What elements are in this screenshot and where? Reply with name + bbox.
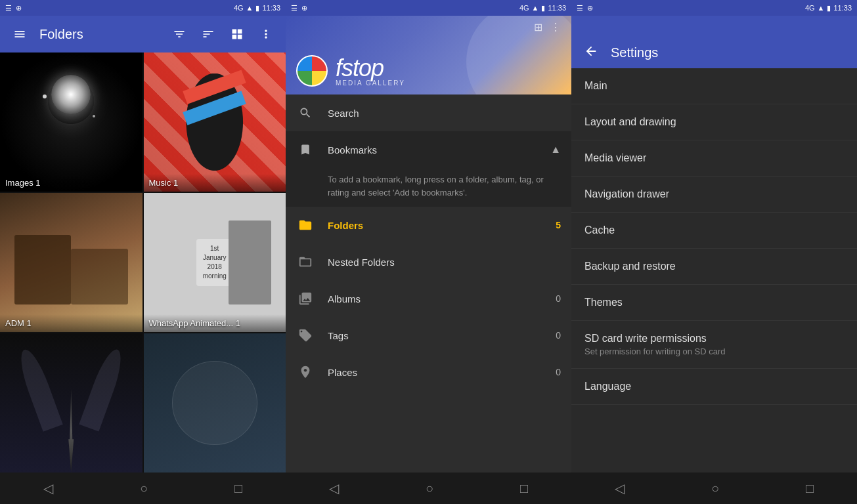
more-icon-drawer[interactable]: ⋮ <box>550 21 561 33</box>
status-left-2: ☰ ⊕ <box>291 4 307 12</box>
tags-count: 0 <box>556 330 561 341</box>
settings-item-cache[interactable]: Cache <box>571 213 857 249</box>
places-label: Places <box>328 367 542 378</box>
recent-button-2[interactable]: □ <box>520 481 528 496</box>
settings-item-backup[interactable]: Backup and restore <box>571 249 857 285</box>
settings-item-language[interactable]: Language <box>571 369 857 405</box>
settings-item-sd-card[interactable]: SD card write permissions Set permission… <box>571 321 857 369</box>
settings-item-nav-drawer[interactable]: Navigation drawer <box>571 177 857 213</box>
fstop-subtitle: MEDIA GALLERY <box>336 79 405 87</box>
settings-item-title: Navigation drawer <box>584 188 844 200</box>
bookmark-icon <box>296 140 315 159</box>
grid-item[interactable] <box>0 333 143 472</box>
menu-button[interactable] <box>11 25 29 43</box>
nav-item-tags[interactable]: Tags 0 <box>286 317 571 354</box>
drawer-header: fstop MEDIA GALLERY ⊞ ⋮ <box>286 16 571 94</box>
settings-item-title: Media viewer <box>584 152 844 164</box>
folder-icon <box>296 216 315 234</box>
tags-icon <box>296 326 315 345</box>
status-bar-3: ☰ ⊕ 4G ▲ ▮ 11:33 <box>571 0 857 16</box>
back-button-3[interactable]: ◁ <box>615 480 625 496</box>
nav-item-albums[interactable]: Albums 0 <box>286 280 571 317</box>
fstop-brand: fstop MEDIA GALLERY <box>336 54 405 87</box>
grid-item[interactable]: Music 1 <box>144 52 286 192</box>
bookmarks-section: Bookmarks ▲ To add a bookmark, long pres… <box>286 131 571 207</box>
grid-item-label: Images 1 <box>0 174 143 192</box>
bookmarks-label: Bookmarks <box>328 144 537 156</box>
nav-item-places[interactable]: Places 0 <box>286 354 571 390</box>
search-icon <box>296 104 315 122</box>
settings-app-bar: Settings <box>571 16 857 68</box>
status-bar-2: ☰ ⊕ 4G ▲ ▮ 11:33 <box>286 0 571 16</box>
settings-item-subtitle: Set permission for writing on SD card <box>584 346 844 356</box>
folders-count: 5 <box>556 220 561 230</box>
signal-icon-3: ▲ <box>818 4 825 12</box>
status-left-3: ☰ ⊕ <box>577 4 593 12</box>
albums-count: 0 <box>556 293 561 304</box>
settings-item-title: Cache <box>584 224 844 236</box>
nav-item-nested-folders[interactable]: Nested Folders <box>286 243 571 280</box>
bookmarks-header[interactable]: Bookmarks ▲ <box>286 131 571 168</box>
recent-button-3[interactable]: □ <box>806 481 814 496</box>
fstop-name: fstop <box>336 54 384 81</box>
drawer-logo: fstop MEDIA GALLERY <box>296 54 405 87</box>
more-options-button[interactable] <box>257 25 275 43</box>
signal-icon-2: ▲ <box>532 4 539 12</box>
home-button-2[interactable]: ○ <box>426 481 433 496</box>
nav-item-folders[interactable]: Folders 5 <box>286 207 571 243</box>
grid-view-button[interactable] <box>228 25 246 43</box>
recent-button-1[interactable]: □ <box>234 481 242 496</box>
network-label-1: 4G <box>234 4 244 12</box>
time-label-1: 11:33 <box>262 4 280 12</box>
sim2-icon-2: ⊕ <box>301 4 307 12</box>
chevron-up-icon: ▲ <box>550 144 561 156</box>
places-icon <box>296 363 315 381</box>
fstop-logo-icon <box>296 55 328 87</box>
signal-icon-1: ▲ <box>246 4 253 12</box>
back-button-1[interactable]: ◁ <box>43 480 53 496</box>
sort-button[interactable] <box>199 25 217 43</box>
grid-item-label: Music 1 <box>144 174 286 192</box>
settings-item-themes[interactable]: Themes <box>571 285 857 321</box>
settings-item-title: Backup and restore <box>584 261 844 272</box>
albums-label: Albums <box>328 293 542 304</box>
status-right-3: 4G ▲ ▮ 11:33 <box>805 4 852 12</box>
folders-label: Folders <box>328 220 542 231</box>
panel-drawer: ☰ ⊕ 4G ▲ ▮ 11:33 fstop MEDIA GALLERY ⊞ ⋮ <box>286 0 571 504</box>
home-button-3[interactable]: ○ <box>711 481 719 496</box>
sim-icon: ☰ <box>5 4 12 12</box>
panel-settings: ☰ ⊕ 4G ▲ ▮ 11:33 Settings Main Layout an… <box>571 0 857 504</box>
back-button-settings[interactable] <box>582 42 600 60</box>
sim2-icon-3: ⊕ <box>587 4 593 12</box>
settings-item-title: Language <box>584 381 844 392</box>
battery-icon-2: ▮ <box>541 4 545 12</box>
panel-folders: ☰ ⊕ 4G ▲ ▮ 11:33 Folders <box>0 0 286 504</box>
bookmarks-hint: To add a bookmark, long press on a folde… <box>286 168 571 207</box>
settings-item-layout[interactable]: Layout and drawing <box>571 104 857 140</box>
settings-list: Main Layout and drawing Media viewer Nav… <box>571 68 857 472</box>
network-label-2: 4G <box>519 4 529 12</box>
settings-item-title: SD card write permissions <box>584 333 844 345</box>
home-button-1[interactable]: ○ <box>140 481 148 496</box>
app-bar-1: Folders <box>0 16 286 52</box>
tags-label: Tags <box>328 330 542 341</box>
back-button-2[interactable]: ◁ <box>329 480 339 496</box>
time-label-2: 11:33 <box>548 4 566 12</box>
search-item[interactable]: Search <box>286 94 571 131</box>
search-label: Search <box>328 108 561 119</box>
settings-item-title: Main <box>584 80 844 92</box>
status-left-1: ☰ ⊕ <box>5 4 22 12</box>
nav-bar-2: ◁ ○ □ <box>286 472 571 504</box>
grid-icon-drawer[interactable]: ⊞ <box>534 21 542 33</box>
filter-button[interactable] <box>170 25 188 43</box>
grid-item[interactable] <box>144 333 286 472</box>
grid-item[interactable]: Images 1 <box>0 52 143 192</box>
grid-item[interactable]: 1stJanuary2018morning WhatsApp Animated.… <box>144 193 286 332</box>
settings-item-main[interactable]: Main <box>571 68 857 104</box>
settings-item-media-viewer[interactable]: Media viewer <box>571 140 857 177</box>
places-count: 0 <box>556 367 561 377</box>
status-bar-1: ☰ ⊕ 4G ▲ ▮ 11:33 <box>0 0 286 16</box>
folders-grid: Images 1 Music 1 ADM 1 1stJanuary2018mor… <box>0 52 286 472</box>
grid-item[interactable]: ADM 1 <box>0 193 143 332</box>
albums-icon <box>296 289 315 308</box>
